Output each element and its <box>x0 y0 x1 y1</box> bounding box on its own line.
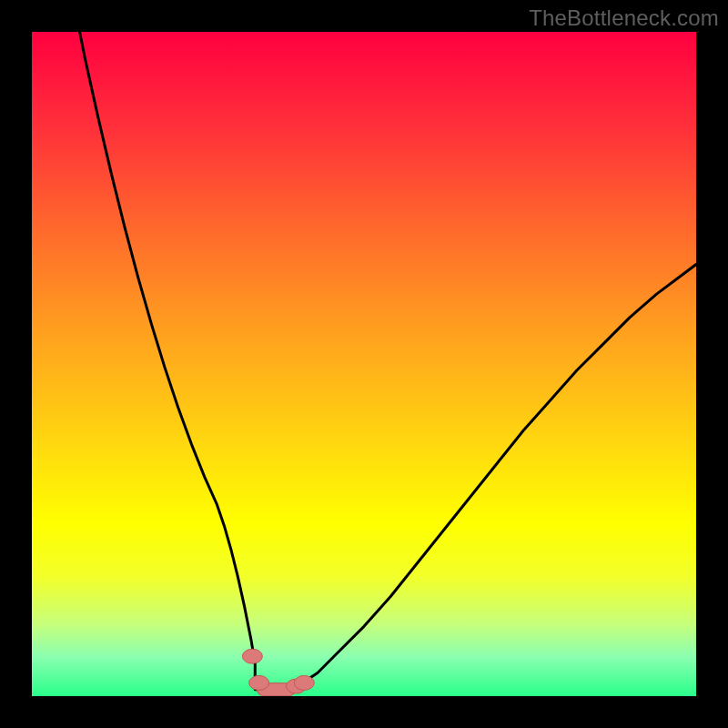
marker-dot <box>249 675 269 690</box>
marker-dot <box>242 649 262 663</box>
watermark-text: TheBottleneck.com <box>529 5 719 31</box>
bottleneck-chart <box>32 32 696 696</box>
marker-dot <box>294 675 314 690</box>
chart-frame: TheBottleneck.com <box>0 0 728 728</box>
gradient-background <box>32 32 696 696</box>
